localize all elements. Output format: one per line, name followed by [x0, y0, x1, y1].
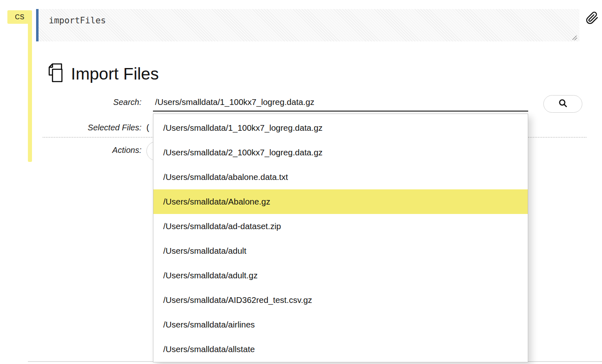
- dropdown-item[interactable]: /Users/smalldata/abalone.data.txt: [153, 165, 528, 189]
- dropdown-item[interactable]: /Users/smalldata/ad-dataset.zip: [153, 214, 528, 239]
- dropdown-item-highlighted[interactable]: /Users/smalldata/Abalone.gz: [153, 189, 528, 214]
- dropdown-item[interactable]: /Users/smalldata/1_100kx7_logreg.data.gz: [153, 116, 528, 140]
- dropdown-item[interactable]: /Users/smalldata/adult.gz: [153, 263, 528, 288]
- search-input[interactable]: [153, 94, 528, 111]
- dropdown-item[interactable]: /Users/smalldata/AID362red_test.csv.gz: [153, 288, 528, 312]
- resize-handle-icon[interactable]: [571, 33, 578, 40]
- code-text: importFiles: [49, 16, 106, 25]
- page-title: Import Files: [71, 64, 159, 84]
- cell-selection-bar: [28, 11, 32, 162]
- actions-label: Actions:: [0, 146, 141, 155]
- dropdown-item[interactable]: /Users/smalldata/airlines: [153, 312, 528, 337]
- cell-type-badge[interactable]: CS: [7, 10, 32, 24]
- search-icon: [558, 98, 568, 109]
- paperclip-icon[interactable]: [586, 11, 599, 25]
- page-title-row: Import Files: [46, 62, 159, 85]
- selected-files-value: (: [146, 123, 149, 132]
- files-icon: [46, 62, 65, 85]
- search-label: Search:: [0, 98, 141, 107]
- dropdown-item[interactable]: /Users/smalldata/2_100kx7_logreg.data.gz: [153, 140, 528, 165]
- dropdown-item[interactable]: /Users/smalldata/allstate: [153, 337, 528, 362]
- selected-files-label: Selected Files:: [0, 123, 141, 132]
- file-suggestions-dropdown: /Users/smalldata/1_100kx7_logreg.data.gz…: [153, 114, 528, 362]
- search-button[interactable]: [543, 95, 582, 113]
- dropdown-item[interactable]: /Users/smalldata/adult: [153, 239, 528, 263]
- code-input[interactable]: importFiles: [36, 9, 579, 41]
